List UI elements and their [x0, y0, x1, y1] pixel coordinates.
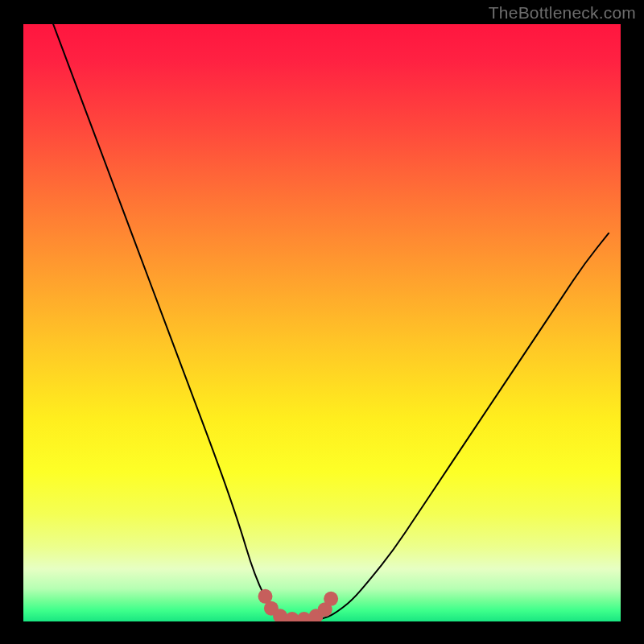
- chart-svg: [23, 24, 621, 621]
- gradient-background: [23, 24, 621, 621]
- chart-frame: TheBottleneck.com: [0, 0, 644, 644]
- plot-area: [23, 24, 621, 621]
- watermark-text: TheBottleneck.com: [489, 3, 636, 23]
- highlight-marker: [324, 592, 338, 606]
